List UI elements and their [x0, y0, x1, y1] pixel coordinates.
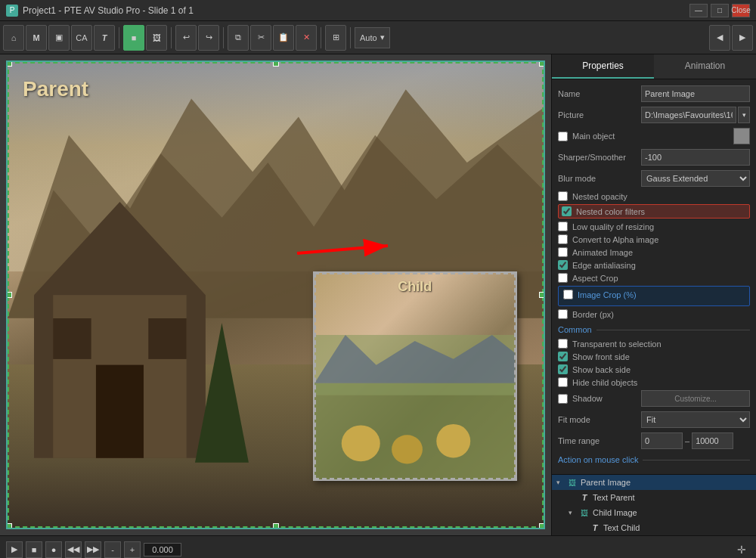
app-icon: P: [6, 5, 18, 17]
toolbar-btn-m[interactable]: M: [26, 25, 47, 51]
toolbar-btn-caption[interactable]: CA: [71, 25, 92, 51]
common-divider: Common: [558, 325, 750, 334]
sharper-input[interactable]: [641, 149, 750, 166]
image-crop-pct-label: Image Crop (%): [578, 290, 637, 299]
toolbar-sep-4: [321, 27, 321, 48]
toolbar-nav-prev[interactable]: ◀: [709, 25, 730, 51]
hide-child-checkbox[interactable]: [558, 377, 568, 387]
border-checkbox[interactable]: [558, 309, 568, 319]
toolbar-btn-copy-style[interactable]: ⧉: [228, 25, 249, 51]
toolbar-nav-next[interactable]: ▶: [732, 25, 753, 51]
toolbar-btn-image[interactable]: 🖼: [146, 25, 167, 51]
aspect-crop-label: Aspect Crop: [572, 274, 618, 283]
toolbar-btn-grid[interactable]: ⊞: [325, 25, 346, 51]
convert-alpha-checkbox[interactable]: [558, 234, 568, 244]
show-front-label: Show front side: [572, 352, 630, 361]
slide-canvas: Parent Child: [6, 60, 545, 529]
convert-alpha-label: Convert to Alpha image: [572, 235, 658, 244]
tree-item-child-image[interactable]: ▾ 🖼 Child Image: [552, 505, 756, 520]
svg-rect-4: [96, 364, 144, 457]
convert-alpha-row: Convert to Alpha image: [558, 234, 750, 244]
picture-input[interactable]: [641, 107, 736, 123]
animated-image-checkbox[interactable]: [558, 247, 568, 257]
main-object-color[interactable]: [733, 128, 750, 144]
toolbar-btn-delete[interactable]: ✕: [296, 25, 317, 51]
transparent-checkbox[interactable]: [558, 339, 568, 349]
nested-color-filters-checkbox[interactable]: [562, 206, 572, 216]
tl-prev-btn[interactable]: ◀◀: [65, 541, 82, 558]
picture-browse-btn[interactable]: ▾: [738, 107, 750, 123]
toolbar-sep-1: [119, 27, 119, 48]
name-input[interactable]: [641, 85, 750, 102]
tl-next-btn[interactable]: ▶▶: [85, 541, 101, 558]
fit-mode-label: Fit mode: [558, 415, 641, 424]
sharper-label: Sharper/Smoother: [558, 153, 641, 162]
toolbar-btn-cut[interactable]: ✂: [250, 25, 271, 51]
tl-minus-btn[interactable]: -: [104, 541, 121, 558]
window-controls: — □ Close: [689, 4, 750, 17]
tl-stop-btn[interactable]: ■: [26, 541, 42, 558]
image-crop-pct-checkbox[interactable]: [563, 290, 573, 299]
toolbar-btn-object[interactable]: ■: [123, 25, 144, 51]
tl-play-btn[interactable]: ▶: [6, 541, 23, 558]
object-tree: ▾ 🖼 Parent Image T Text Parent ▾ 🖼 Child…: [552, 474, 756, 535]
svg-marker-7: [195, 323, 249, 463]
name-label: Name: [558, 89, 641, 98]
auto-label: Auto: [360, 33, 377, 42]
toolbar-btn-home[interactable]: ⌂: [3, 25, 24, 51]
edge-antialiasing-label: Edge antialiasing: [572, 261, 636, 270]
main-object-checkbox[interactable]: [558, 132, 568, 141]
tab-properties[interactable]: Properties: [552, 54, 654, 79]
action-divider-line: [643, 460, 750, 460]
maximize-button[interactable]: □: [711, 4, 729, 17]
show-front-checkbox[interactable]: [558, 352, 568, 361]
show-back-row: Show back side: [558, 364, 750, 374]
nested-opacity-label: Nested opacity: [572, 192, 627, 201]
toolbar-btn-redo[interactable]: ↪: [198, 25, 219, 51]
tree-item-text-parent[interactable]: T Text Parent: [552, 490, 756, 505]
fit-mode-select[interactable]: Fit: [641, 411, 750, 428]
toolbar-btn-frame[interactable]: ▣: [48, 25, 70, 51]
tl-plus-btn[interactable]: +: [124, 541, 141, 558]
edge-antialiasing-row: Edge antialiasing: [558, 260, 750, 270]
toolbar-btn-text[interactable]: T: [94, 25, 115, 51]
nested-opacity-checkbox[interactable]: [558, 191, 568, 201]
edge-antialiasing-checkbox[interactable]: [558, 260, 568, 270]
tree-icon-parent: 🖼: [567, 477, 578, 488]
dropdown-arrow: ▾: [380, 33, 385, 42]
toolbar-btn-undo[interactable]: ↩: [175, 25, 197, 51]
time-range-label: Time range: [558, 436, 641, 445]
toolbar-sep-5: [350, 27, 351, 48]
tree-item-text-child[interactable]: T Text Child: [552, 520, 756, 535]
border-row: Border (px): [558, 309, 750, 319]
title-bar: P Project1 - PTE AV Studio Pro - Slide 1…: [0, 0, 756, 21]
low-quality-checkbox[interactable]: [558, 222, 568, 231]
action-divider: Action on mouse click: [558, 455, 750, 464]
tree-toggle-child: ▾: [569, 509, 576, 516]
window-title: Project1 - PTE AV Studio Pro - Slide 1 o…: [23, 5, 689, 16]
timeline-time: 0.000: [144, 543, 181, 556]
show-back-checkbox[interactable]: [558, 364, 568, 374]
auto-dropdown[interactable]: Auto ▾: [355, 27, 390, 48]
blur-select[interactable]: Gauss Extended: [641, 170, 750, 187]
canvas-area: Parent Child: [0, 54, 552, 535]
time-range-to-input[interactable]: [692, 432, 733, 449]
customize-button[interactable]: Customize...: [641, 390, 750, 407]
close-button[interactable]: Close: [732, 4, 750, 17]
parent-label: Parent: [23, 77, 88, 101]
tree-icon-child: 🖼: [579, 507, 590, 518]
aspect-crop-checkbox[interactable]: [558, 273, 568, 283]
minimize-button[interactable]: —: [689, 4, 708, 17]
tab-animation[interactable]: Animation: [654, 54, 756, 79]
time-range-dash: –: [685, 436, 689, 445]
transparent-label: Transparent to selection: [572, 339, 662, 349]
time-range-from-input[interactable]: [641, 432, 683, 449]
sharper-row: Sharper/Smoother: [558, 149, 750, 166]
svg-rect-5: [54, 318, 91, 359]
tree-item-parent-image[interactable]: ▾ 🖼 Parent Image: [552, 475, 756, 490]
tl-record-btn[interactable]: ●: [45, 541, 62, 558]
toolbar-btn-paste[interactable]: 📋: [273, 25, 294, 51]
tl-cross-btn[interactable]: ✛: [733, 541, 750, 558]
shadow-checkbox[interactable]: [558, 394, 568, 404]
aspect-crop-row: Aspect Crop: [558, 273, 750, 283]
